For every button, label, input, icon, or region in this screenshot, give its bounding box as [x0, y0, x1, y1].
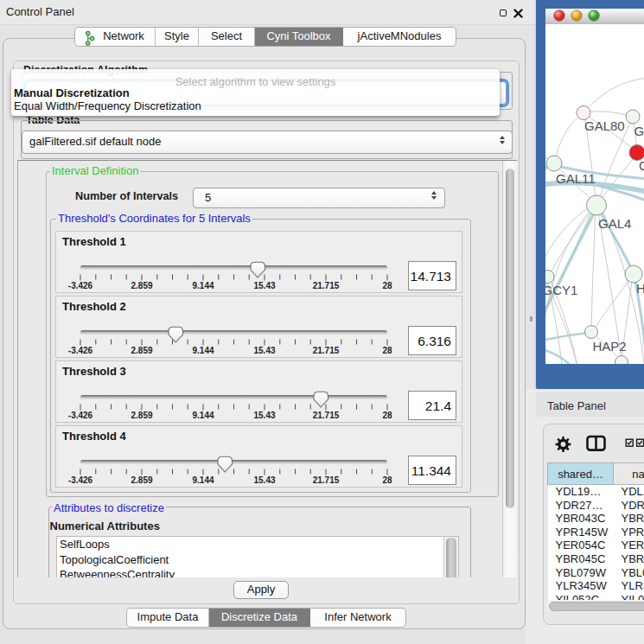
svg-text:HAP2: HAP2: [593, 339, 627, 354]
svg-text:GAL80: GAL80: [584, 118, 625, 133]
svg-text:GAL11: GAL11: [556, 171, 596, 186]
svg-text:GAL4: GAL4: [598, 216, 631, 231]
svg-text:CDC2: CDC2: [639, 158, 644, 173]
svg-text:HXT: HXT: [636, 281, 644, 296]
svg-text:GAL3: GAL3: [634, 124, 644, 138]
svg-text:GCY1: GCY1: [545, 283, 577, 297]
